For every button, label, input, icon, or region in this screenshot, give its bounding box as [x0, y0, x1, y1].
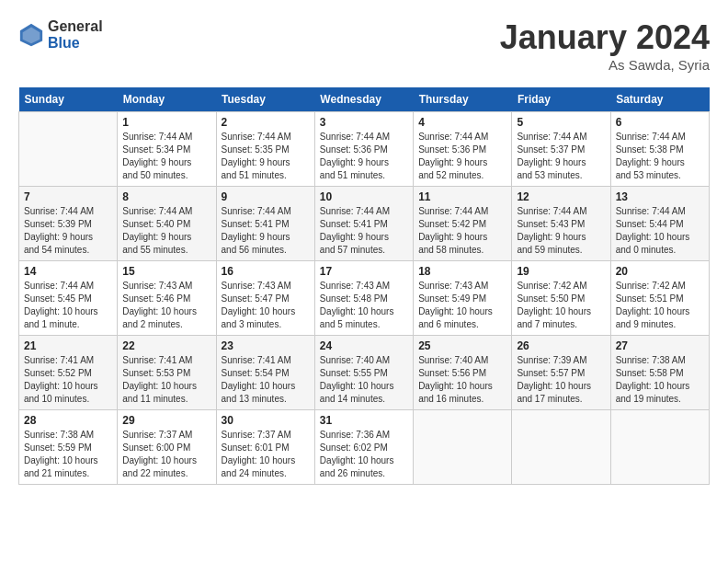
week-row-1: 1Sunrise: 7:44 AM Sunset: 5:34 PM Daylig… [19, 112, 710, 187]
day-info: Sunrise: 7:44 AM Sunset: 5:36 PM Dayligh… [418, 131, 506, 182]
calendar-cell: 30Sunrise: 7:37 AM Sunset: 6:01 PM Dayli… [216, 410, 314, 485]
calendar-cell [414, 410, 512, 485]
day-info: Sunrise: 7:44 AM Sunset: 5:41 PM Dayligh… [320, 205, 408, 257]
day-number: 3 [320, 116, 408, 129]
header-saturday: Saturday [610, 87, 709, 112]
location: As Sawda, Syria [500, 57, 710, 73]
calendar-cell: 20Sunrise: 7:42 AM Sunset: 5:51 PM Dayli… [610, 261, 709, 336]
day-info: Sunrise: 7:36 AM Sunset: 6:02 PM Dayligh… [320, 429, 408, 480]
title-block: January 2024 As Sawda, Syria [500, 18, 710, 73]
calendar-cell: 17Sunrise: 7:43 AM Sunset: 5:48 PM Dayli… [314, 261, 413, 336]
day-info: Sunrise: 7:44 AM Sunset: 5:41 PM Dayligh… [222, 205, 310, 257]
calendar-cell: 7Sunrise: 7:44 AM Sunset: 5:39 PM Daylig… [19, 187, 118, 261]
day-info: Sunrise: 7:42 AM Sunset: 5:51 PM Dayligh… [616, 280, 704, 331]
day-number: 19 [517, 265, 605, 278]
day-info: Sunrise: 7:43 AM Sunset: 5:47 PM Dayligh… [222, 280, 310, 331]
week-row-4: 21Sunrise: 7:41 AM Sunset: 5:52 PM Dayli… [19, 336, 710, 410]
day-number: 20 [616, 265, 704, 278]
day-info: Sunrise: 7:40 AM Sunset: 5:56 PM Dayligh… [418, 354, 506, 406]
day-number: 10 [320, 190, 408, 203]
day-info: Sunrise: 7:44 AM Sunset: 5:36 PM Dayligh… [320, 131, 408, 182]
day-number: 7 [24, 190, 112, 203]
day-number: 1 [122, 116, 210, 129]
calendar-table: SundayMondayTuesdayWednesdayThursdayFrid… [18, 87, 710, 485]
calendar-cell: 18Sunrise: 7:43 AM Sunset: 5:49 PM Dayli… [414, 261, 512, 336]
day-number: 6 [616, 116, 704, 129]
logo-blue: Blue [48, 35, 103, 52]
logo-general: General [48, 18, 103, 35]
day-info: Sunrise: 7:44 AM Sunset: 5:34 PM Dayligh… [122, 131, 210, 182]
day-info: Sunrise: 7:40 AM Sunset: 5:55 PM Dayligh… [320, 354, 408, 406]
calendar-cell: 4Sunrise: 7:44 AM Sunset: 5:36 PM Daylig… [414, 112, 512, 187]
header-monday: Monday [118, 87, 216, 112]
calendar-cell: 16Sunrise: 7:43 AM Sunset: 5:47 PM Dayli… [216, 261, 314, 336]
calendar-cell [19, 112, 118, 187]
calendar-cell: 10Sunrise: 7:44 AM Sunset: 5:41 PM Dayli… [314, 187, 413, 261]
day-info: Sunrise: 7:44 AM Sunset: 5:43 PM Dayligh… [517, 205, 605, 257]
header-friday: Friday [512, 87, 610, 112]
calendar-cell: 1Sunrise: 7:44 AM Sunset: 5:34 PM Daylig… [118, 112, 216, 187]
day-number: 14 [24, 265, 112, 278]
day-number: 21 [24, 339, 112, 352]
day-info: Sunrise: 7:43 AM Sunset: 5:48 PM Dayligh… [320, 280, 408, 331]
calendar-cell: 14Sunrise: 7:44 AM Sunset: 5:45 PM Dayli… [19, 261, 118, 336]
day-number: 5 [517, 116, 605, 129]
day-number: 25 [418, 339, 506, 352]
logo-text: General Blue [48, 18, 103, 51]
day-info: Sunrise: 7:37 AM Sunset: 6:00 PM Dayligh… [122, 429, 210, 480]
day-number: 16 [222, 265, 310, 278]
calendar-cell: 21Sunrise: 7:41 AM Sunset: 5:52 PM Dayli… [19, 336, 118, 410]
week-row-3: 14Sunrise: 7:44 AM Sunset: 5:45 PM Dayli… [19, 261, 710, 336]
day-info: Sunrise: 7:44 AM Sunset: 5:44 PM Dayligh… [616, 205, 704, 257]
week-row-5: 28Sunrise: 7:38 AM Sunset: 5:59 PM Dayli… [19, 410, 710, 485]
calendar-cell: 9Sunrise: 7:44 AM Sunset: 5:41 PM Daylig… [216, 187, 314, 261]
calendar-cell: 11Sunrise: 7:44 AM Sunset: 5:42 PM Dayli… [414, 187, 512, 261]
day-info: Sunrise: 7:38 AM Sunset: 5:58 PM Dayligh… [616, 354, 704, 406]
day-info: Sunrise: 7:44 AM Sunset: 5:42 PM Dayligh… [418, 205, 506, 257]
day-number: 22 [122, 339, 210, 352]
calendar-cell: 5Sunrise: 7:44 AM Sunset: 5:37 PM Daylig… [512, 112, 610, 187]
calendar-cell: 2Sunrise: 7:44 AM Sunset: 5:35 PM Daylig… [216, 112, 314, 187]
day-info: Sunrise: 7:41 AM Sunset: 5:52 PM Dayligh… [24, 354, 112, 406]
header-sunday: Sunday [19, 87, 118, 112]
day-info: Sunrise: 7:44 AM Sunset: 5:45 PM Dayligh… [24, 280, 112, 331]
day-number: 27 [616, 339, 704, 352]
day-info: Sunrise: 7:44 AM Sunset: 5:40 PM Dayligh… [122, 205, 210, 257]
day-info: Sunrise: 7:43 AM Sunset: 5:46 PM Dayligh… [122, 280, 210, 331]
page-header: General Blue January 2024 As Sawda, Syri… [18, 18, 710, 73]
day-number: 9 [222, 190, 310, 203]
header-tuesday: Tuesday [216, 87, 314, 112]
day-info: Sunrise: 7:41 AM Sunset: 5:54 PM Dayligh… [222, 354, 310, 406]
calendar-header-row: SundayMondayTuesdayWednesdayThursdayFrid… [19, 87, 710, 112]
calendar-cell: 3Sunrise: 7:44 AM Sunset: 5:36 PM Daylig… [314, 112, 413, 187]
day-number: 13 [616, 190, 704, 203]
day-number: 15 [122, 265, 210, 278]
month-title: January 2024 [500, 18, 710, 57]
day-number: 18 [418, 265, 506, 278]
day-number: 4 [418, 116, 506, 129]
calendar-cell: 6Sunrise: 7:44 AM Sunset: 5:38 PM Daylig… [610, 112, 709, 187]
calendar-cell: 12Sunrise: 7:44 AM Sunset: 5:43 PM Dayli… [512, 187, 610, 261]
day-info: Sunrise: 7:43 AM Sunset: 5:49 PM Dayligh… [418, 280, 506, 331]
logo-icon [18, 22, 44, 48]
calendar-cell: 22Sunrise: 7:41 AM Sunset: 5:53 PM Dayli… [118, 336, 216, 410]
day-number: 23 [222, 339, 310, 352]
day-info: Sunrise: 7:41 AM Sunset: 5:53 PM Dayligh… [122, 354, 210, 406]
day-info: Sunrise: 7:38 AM Sunset: 5:59 PM Dayligh… [24, 429, 112, 480]
day-number: 8 [122, 190, 210, 203]
day-number: 12 [517, 190, 605, 203]
day-info: Sunrise: 7:44 AM Sunset: 5:39 PM Dayligh… [24, 205, 112, 257]
calendar-cell: 31Sunrise: 7:36 AM Sunset: 6:02 PM Dayli… [314, 410, 413, 485]
calendar-cell: 26Sunrise: 7:39 AM Sunset: 5:57 PM Dayli… [512, 336, 610, 410]
calendar-cell: 19Sunrise: 7:42 AM Sunset: 5:50 PM Dayli… [512, 261, 610, 336]
day-number: 29 [122, 414, 210, 427]
day-number: 24 [320, 339, 408, 352]
day-info: Sunrise: 7:44 AM Sunset: 5:35 PM Dayligh… [222, 131, 310, 182]
day-number: 28 [24, 414, 112, 427]
calendar-cell: 15Sunrise: 7:43 AM Sunset: 5:46 PM Dayli… [118, 261, 216, 336]
day-number: 30 [222, 414, 310, 427]
day-info: Sunrise: 7:42 AM Sunset: 5:50 PM Dayligh… [517, 280, 605, 331]
day-info: Sunrise: 7:39 AM Sunset: 5:57 PM Dayligh… [517, 354, 605, 406]
calendar-cell: 13Sunrise: 7:44 AM Sunset: 5:44 PM Dayli… [610, 187, 709, 261]
day-info: Sunrise: 7:44 AM Sunset: 5:37 PM Dayligh… [517, 131, 605, 182]
